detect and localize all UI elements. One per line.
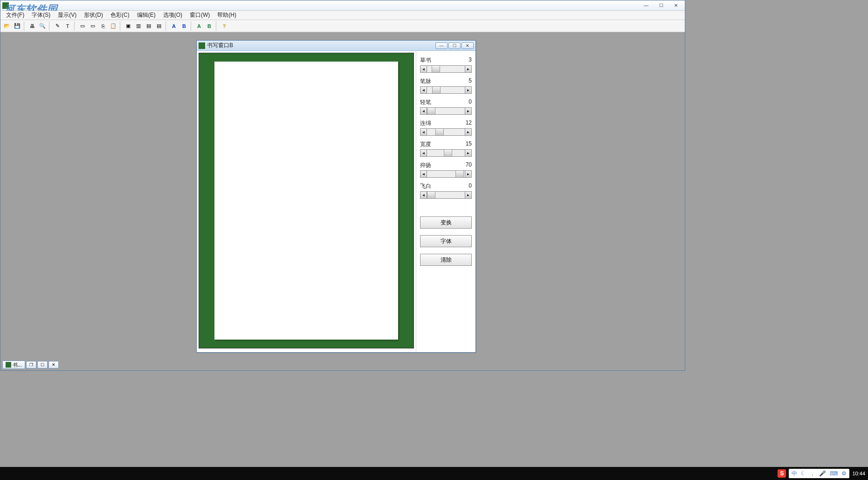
slider-thumb[interactable]	[432, 87, 441, 93]
toolbar-sep	[24, 21, 26, 31]
slider-thumb[interactable]	[427, 192, 435, 198]
slider-inner[interactable]	[427, 171, 465, 177]
slider-left-arrow[interactable]: ◄	[420, 192, 427, 198]
tool-rect2[interactable]: ▭	[88, 21, 97, 31]
child-maximize-button[interactable]: ☐	[448, 42, 461, 49]
mdi-window-tabs: 书... ❐ ☐ ✕	[2, 360, 59, 369]
slider-left-arrow[interactable]: ◄	[420, 87, 427, 93]
slider-right-arrow[interactable]: ►	[465, 87, 471, 93]
slider-left-arrow[interactable]: ◄	[420, 150, 427, 156]
tool-help-icon[interactable]: ?	[220, 21, 229, 31]
toolbar: 📂 💾 🖶 🔍 ✎ T ▭ ▭ ⎘ 📋 ▣ ▥ ▤ ▤ A B A B ?	[0, 20, 685, 32]
tool-open[interactable]: 📂	[2, 21, 12, 31]
menu-edit[interactable]: 编辑(E)	[134, 10, 158, 20]
slider-track[interactable]: ◄ ►	[420, 86, 472, 94]
slider-right-arrow[interactable]: ►	[465, 66, 471, 72]
slider-right-arrow[interactable]: ►	[465, 129, 471, 135]
tool-save[interactable]: 💾	[13, 21, 22, 31]
tool-layer3[interactable]: ▤	[144, 21, 153, 31]
tool-a-blue[interactable]: A	[169, 21, 179, 31]
tool-a-green[interactable]: A	[194, 21, 204, 31]
slider-thumb[interactable]	[427, 108, 435, 114]
canvas-page[interactable]	[214, 62, 398, 340]
taskbar: S 中 ☾ ， 🎤 ⌨ ⚙ 10:44	[0, 467, 868, 480]
slider-inner[interactable]	[427, 129, 465, 135]
slider-track[interactable]: ◄ ►	[420, 128, 472, 136]
slider-label: 轻笔	[420, 98, 431, 106]
slider-inner[interactable]	[427, 108, 465, 114]
minimize-button[interactable]: —	[639, 2, 653, 9]
slider-track[interactable]: ◄ ►	[420, 149, 472, 157]
slider-right-arrow[interactable]: ►	[465, 171, 471, 177]
menu-display[interactable]: 显示(V)	[55, 10, 79, 20]
menu-help[interactable]: 帮助(H)	[214, 10, 239, 20]
menu-shape[interactable]: 形状(D)	[81, 10, 106, 20]
mdi-maximize-button[interactable]: ☐	[37, 361, 48, 369]
ime-keyboard-icon[interactable]: ⌨	[830, 470, 838, 477]
maximize-button[interactable]: ☐	[654, 2, 668, 9]
slider-track[interactable]: ◄ ►	[420, 170, 472, 178]
slider-value: 12	[466, 119, 472, 127]
slider-left-arrow[interactable]: ◄	[420, 171, 427, 177]
slider-inner[interactable]	[427, 66, 465, 72]
slider-left-arrow[interactable]: ◄	[420, 108, 427, 114]
slider-right-arrow[interactable]: ►	[465, 108, 471, 114]
tool-paste[interactable]: 📋	[109, 21, 118, 31]
tool-b-blue[interactable]: B	[179, 21, 189, 31]
slider-label: 笔脉	[420, 77, 431, 85]
slider-inner[interactable]	[427, 192, 465, 198]
slider-label: 草书	[420, 56, 431, 64]
ime-sogou-icon[interactable]: S	[778, 469, 786, 478]
slider-thumb[interactable]	[435, 129, 444, 135]
transform-button[interactable]: 变换	[420, 216, 472, 229]
slider-thumb[interactable]	[455, 171, 464, 177]
child-minimize-button[interactable]: —	[435, 42, 448, 49]
tool-preview[interactable]: 🔍	[38, 21, 47, 31]
menu-file[interactable]: 文件(F)	[3, 10, 27, 20]
slider-label: 宽度	[420, 140, 431, 148]
tool-text[interactable]: T	[63, 21, 72, 31]
ime-moon-icon[interactable]: ☾	[801, 470, 806, 477]
clear-button[interactable]: 清除	[420, 254, 472, 266]
ime-status-tray: 中 ☾ ， 🎤 ⌨ ⚙	[789, 469, 849, 478]
tool-rect1[interactable]: ▭	[78, 21, 87, 31]
slider-inner[interactable]	[427, 150, 465, 156]
ime-punct-icon[interactable]: ，	[810, 470, 815, 478]
ime-mic-icon[interactable]: 🎤	[819, 470, 826, 477]
font-button[interactable]: 字体	[420, 235, 472, 247]
slider-track[interactable]: ◄ ►	[420, 191, 472, 199]
menu-window[interactable]: 窗口(W)	[187, 10, 213, 20]
slider-track[interactable]: ◄ ►	[420, 65, 472, 73]
tool-layer2[interactable]: ▥	[134, 21, 143, 31]
slider-inner[interactable]	[427, 87, 465, 93]
clock[interactable]: 10:44	[852, 471, 865, 476]
ime-cn-icon[interactable]: 中	[792, 470, 797, 478]
app-icon	[2, 2, 9, 9]
mdi-restore-button[interactable]: ❐	[26, 361, 36, 369]
slider-right-arrow[interactable]: ►	[465, 192, 471, 198]
mdi-close-button[interactable]: ✕	[48, 361, 59, 369]
ime-gear-icon[interactable]: ⚙	[841, 470, 847, 477]
menu-color[interactable]: 色彩(C)	[108, 10, 132, 20]
tool-copy[interactable]: ⎘	[98, 21, 108, 31]
child-titlebar[interactable]: 书写窗口B — ☐ ✕	[197, 41, 475, 51]
slider-value: 70	[466, 161, 472, 169]
slider-thumb[interactable]	[432, 66, 440, 72]
close-button[interactable]: ✕	[669, 2, 683, 9]
mdi-tab-writing[interactable]: 书...	[2, 361, 25, 369]
tool-pen[interactable]: ✎	[53, 21, 62, 31]
slider-track[interactable]: ◄ ►	[420, 107, 472, 115]
menu-font[interactable]: 字体(S)	[29, 10, 53, 20]
tool-print[interactable]: 🖶	[28, 21, 37, 31]
slider-value: 3	[468, 56, 472, 64]
tool-layer1[interactable]: ▣	[124, 21, 133, 31]
menu-options[interactable]: 选项(O)	[160, 10, 185, 20]
slider-right-arrow[interactable]: ►	[465, 150, 471, 156]
slider-left-arrow[interactable]: ◄	[420, 129, 427, 135]
tool-b-green[interactable]: B	[205, 21, 214, 31]
slider-left-arrow[interactable]: ◄	[420, 66, 427, 72]
child-close-button[interactable]: ✕	[462, 42, 474, 49]
menubar: 文件(F) 字体(S) 显示(V) 形状(D) 色彩(C) 编辑(E) 选项(O…	[0, 11, 685, 20]
slider-thumb[interactable]	[444, 150, 452, 156]
tool-layer4[interactable]: ▤	[154, 21, 164, 31]
